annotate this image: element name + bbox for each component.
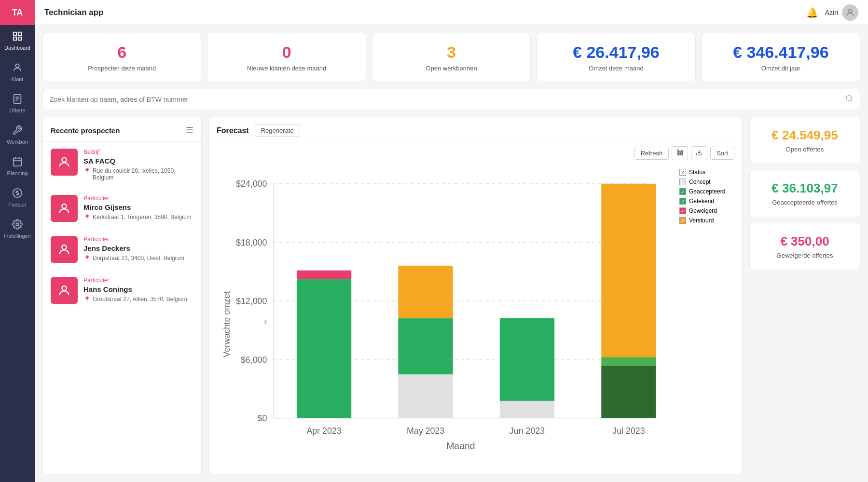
svg-point-15 <box>849 9 852 13</box>
prospect-name: Hans Conings <box>83 285 193 293</box>
sidebar-item-klant[interactable]: Klant <box>0 56 35 88</box>
prospect-info: Bedrijf SA FACQ 📍 Rue du couloir 20, Ixe… <box>83 149 193 181</box>
prospecten-panel: Recente prospecten ☰ Bedrijf SA FACQ <box>42 117 202 474</box>
search-input[interactable] <box>50 89 841 110</box>
planning-icon <box>12 156 23 168</box>
panel-menu-icon[interactable]: ☰ <box>186 125 193 136</box>
sidebar-label-dashboard: Dashboard <box>4 45 30 51</box>
search-icon <box>845 95 853 104</box>
svg-rect-22 <box>677 150 678 155</box>
svg-rect-9 <box>14 158 22 166</box>
pin-icon: 📍 <box>83 214 91 221</box>
prospect-name: Mirco Gijsens <box>83 203 193 211</box>
sidebar-item-planning[interactable]: Planning <box>0 151 35 182</box>
prospect-type: Particulier <box>83 195 193 202</box>
bar-apr-green <box>297 279 351 418</box>
avatar <box>842 4 858 21</box>
sort-button[interactable]: Sort <box>710 147 734 160</box>
svg-text:Apr 2023: Apr 2023 <box>306 426 341 436</box>
geweigerde-offertes-amount: € 350,00 <box>780 234 829 249</box>
stat-card-prospecten: 6 Prospecten deze maand <box>42 33 201 82</box>
chart-area: Verwachte omzet $0 $6,000 <box>209 164 679 469</box>
svg-text:May 2023: May 2023 <box>407 426 444 436</box>
legend-label: Geaccepteerd <box>689 188 725 195</box>
sidebar-item-dashboard[interactable]: Dashboard <box>0 25 35 56</box>
prospect-address: 📍 Kerkstraat 1, Tongeren, 3590, Belgium <box>83 214 193 221</box>
svg-text:Maand: Maand <box>446 441 475 451</box>
svg-text:$0: $0 <box>258 413 267 423</box>
pin-icon: 📍 <box>83 255 91 262</box>
forecast-title: Forecast <box>217 126 249 135</box>
pin-icon: 📍 <box>83 296 91 303</box>
svg-point-19 <box>62 204 66 208</box>
prospect-item[interactable]: Particulier Mirco Gijsens 📍 Kerkstraat 1… <box>43 188 201 229</box>
sidebar-item-instellingen[interactable]: Instellingen <box>0 213 35 245</box>
svg-point-21 <box>62 286 66 290</box>
factuur-icon <box>12 188 23 200</box>
prospect-item[interactable]: Particulier Jens Deckers 📍 Dorpstraat 23… <box>43 229 201 270</box>
prospect-info: Particulier Jens Deckers 📍 Dorpstraat 23… <box>83 236 193 262</box>
notification-bell-icon[interactable]: 🔔 <box>806 7 818 18</box>
bar-jun-green <box>500 318 554 401</box>
svg-point-4 <box>15 64 19 68</box>
legend-item-geaccepteerd: ✓ Geaccepteerd <box>679 188 737 195</box>
legend-checkbox[interactable]: ✓ <box>679 217 686 224</box>
bar-jun-gray <box>500 401 554 418</box>
svg-text:Jun 2023: Jun 2023 <box>510 426 545 436</box>
prospect-item[interactable]: Bedrijf SA FACQ 📍 Rue du couloir 20, Ixe… <box>43 142 201 188</box>
svg-rect-3 <box>18 37 21 40</box>
stat-number-werkbonnen: 3 <box>447 43 456 62</box>
svg-rect-0 <box>14 32 16 35</box>
bar-jul-yellow <box>601 184 656 357</box>
prospect-type: Particulier <box>83 236 193 243</box>
sidebar-logo: TA <box>0 0 35 25</box>
open-offertes-amount: € 24.549,95 <box>772 128 838 143</box>
sidebar-item-werkbon[interactable]: Werkbon <box>0 119 35 151</box>
stat-label-werkbonnen: Open werkbonnen <box>426 65 477 72</box>
svg-text:›: › <box>264 316 267 326</box>
geweigerde-offertes-label: Geweigerde offertes <box>777 252 833 259</box>
bar-may-yellow <box>398 266 453 318</box>
stat-number-prospecten: 6 <box>117 43 126 62</box>
legend-checkbox[interactable]: ✓ <box>679 169 686 176</box>
legend-item-status: ✓ Status <box>679 169 737 176</box>
geaccepteerde-offertes-label: Geaccepteerde offertes <box>772 199 838 206</box>
prospect-address: 📍 Grootstraat 27, Alken, 3570, Belgium <box>83 296 193 303</box>
panel-title: Recente prospecten <box>51 126 120 135</box>
legend-checkbox[interactable]: ✓ <box>679 207 686 214</box>
stat-card-klanten: 0 Nieuwe klanten deze maand <box>207 33 366 82</box>
legend-item-verstuurd: ✓ Verstuurd <box>679 217 737 224</box>
chart-type-button[interactable] <box>672 146 688 160</box>
bar-jul-darkgreen <box>601 366 656 418</box>
legend-label: Getekend <box>689 198 714 205</box>
bar-may-gray <box>398 374 453 418</box>
export-button[interactable] <box>691 146 707 160</box>
prospect-avatar <box>51 277 78 304</box>
stat-label-omzet-maand: Omzet deze maand <box>589 65 643 72</box>
main-area: Technician app 🔔 Aziri 6 Prospecten deze… <box>35 0 868 482</box>
legend-checkbox[interactable]: ✓ <box>679 188 686 195</box>
stat-number-omzet-maand: € 26.417,96 <box>573 43 660 62</box>
username: Aziri <box>825 9 838 16</box>
user-menu[interactable]: Aziri <box>825 4 858 21</box>
legend-checkbox[interactable] <box>679 179 686 185</box>
legend-checkbox[interactable]: ✓ <box>679 198 686 205</box>
stat-number-klanten: 0 <box>282 43 291 62</box>
forecast-panel: Forecast Regenerate Refresh Sort <box>208 117 743 474</box>
panel-header: Recente prospecten ☰ <box>43 117 201 142</box>
sidebar-item-offerte[interactable]: Offerte <box>0 88 35 119</box>
sidebar-item-factuur[interactable]: Factuur <box>0 182 35 213</box>
regenerate-button[interactable]: Regenerate <box>255 124 300 137</box>
instellingen-icon <box>12 219 23 231</box>
sidebar-label-offerte: Offerte <box>9 108 25 113</box>
prospect-type: Bedrijf <box>83 149 193 155</box>
bar-jul-lightgreen <box>601 357 656 366</box>
stat-card-omzet-jaar: € 346.417,96 Omzet dit jaar <box>702 33 860 82</box>
prospect-item[interactable]: Particulier Hans Conings 📍 Grootstraat 2… <box>43 270 201 311</box>
forecast-toolbar: Refresh Sort <box>209 142 742 164</box>
stat-label-prospecten: Prospecten deze maand <box>88 65 156 72</box>
svg-text:$24,000: $24,000 <box>236 179 267 189</box>
refresh-button[interactable]: Refresh <box>634 147 669 160</box>
geweigerde-offertes-card: € 350,00 Geweigerde offertes <box>749 223 860 270</box>
prospect-type: Particulier <box>83 277 193 284</box>
